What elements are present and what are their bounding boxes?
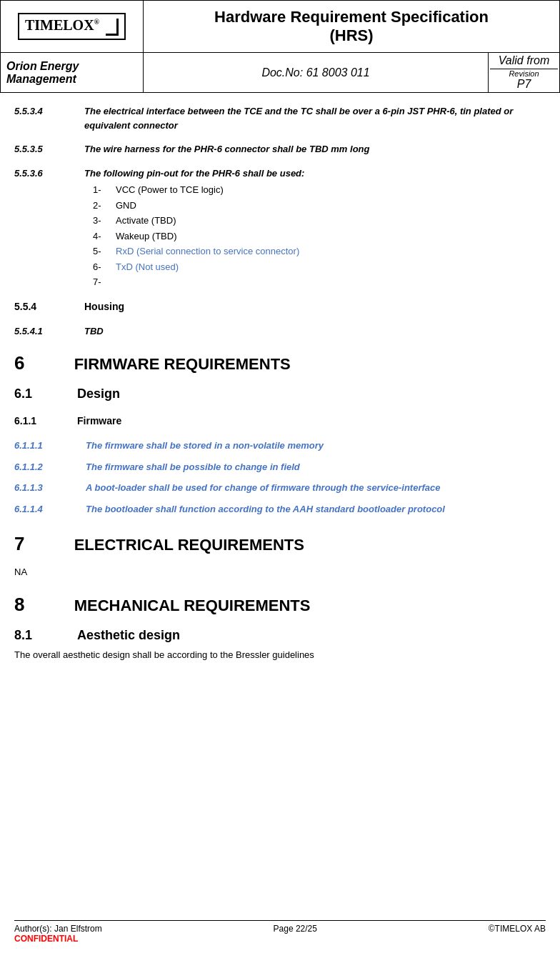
copyright: ©TIMELOX AB [489, 924, 546, 934]
section-81: 8.1 Aesthetic design The overall aesthet… [14, 626, 546, 662]
section-611: 6.1.1 Firmware [14, 414, 546, 429]
logo-shape [106, 19, 119, 36]
req-6113-num: 6.1.1.3 [14, 481, 86, 495]
sec-81-num: 8.1 [14, 626, 71, 645]
sec-5535-num: 5.5.3.5 [14, 142, 79, 156]
page-label: Page [274, 924, 294, 934]
section-554: 5.5.4 Housing [14, 299, 546, 314]
pin-item: 4-Wakeup (TBD) [93, 229, 546, 244]
main-content: 5.5.3.4 The electrical interface between… [0, 93, 560, 683]
logo-tm: ® [94, 19, 99, 26]
sec-8-num: 8 [14, 591, 71, 619]
valid-revision-cell: Valid from Revision P7 [489, 53, 560, 93]
doc-title-cell: Hardware Requirement Specification (HRS) [144, 1, 560, 53]
req-6112-num: 6.1.1.2 [14, 460, 86, 474]
doc-no-label: Doc.No: [261, 66, 303, 79]
footer: Author(s): Jan Elfstrom CONFIDENTIAL Pag… [14, 920, 546, 944]
sec-7-na: NA [14, 565, 546, 579]
author-line: Author(s): Jan Elfstrom [14, 924, 102, 934]
sec-5536-num: 5.5.3.6 [14, 166, 79, 181]
section-61: 6.1 Design [14, 384, 546, 404]
footer-left: Author(s): Jan Elfstrom CONFIDENTIAL [14, 924, 102, 944]
confidential-label: CONFIDENTIAL [14, 934, 102, 944]
doc-no-cell: Doc.No: 61 8003 011 [144, 53, 489, 93]
author-label: Author(s): [14, 924, 52, 934]
sec-81-title: Aesthetic design [77, 626, 180, 645]
sec-7-title: ELECTRICAL REQUIREMENTS [74, 533, 304, 557]
req-6111: 6.1.1.1 The firmware shall be stored in … [14, 439, 546, 453]
doc-no-value: 61 8003 011 [306, 66, 370, 79]
pin-text: GND [116, 199, 136, 213]
req-6114-text: The bootloader shall function according … [86, 502, 546, 517]
section-5536: 5.5.3.6 The following pin-out for the PH… [14, 166, 546, 289]
pin-num: 2- [93, 199, 110, 213]
pin-text: Activate (TBD) [116, 214, 176, 228]
section-7-heading: 7 ELECTRICAL REQUIREMENTS [14, 530, 546, 558]
pin-text: TxD (Not used) [116, 260, 179, 274]
logo-text: TIMELOX [25, 17, 94, 33]
revision-value: P7 [490, 78, 558, 91]
sec-5534-text: The electrical interface between the TCE… [84, 104, 546, 132]
req-6111-text: The firmware shall be stored in a non-vo… [86, 439, 546, 453]
pin-list: 1-VCC (Power to TCE logic)2-GND3-Activat… [93, 183, 546, 289]
req-6112-text: The firmware shall be possible to change… [86, 460, 546, 474]
pin-num: 3- [93, 214, 110, 228]
sec-6-title: FIRMWARE REQUIREMENTS [74, 352, 291, 376]
sec-5541-title: TBD [84, 324, 104, 339]
sec-8-title: MECHANICAL REQUIREMENTS [74, 594, 311, 617]
page-value: 22/25 [296, 924, 317, 934]
sec-61-num: 6.1 [14, 384, 71, 404]
pin-item: 7- [93, 275, 546, 289]
footer-center: Page 22/25 [274, 924, 317, 934]
sec-611-num: 6.1.1 [14, 414, 71, 429]
sec-6-num: 6 [14, 349, 71, 377]
doc-title-line1: Hardware Requirement Specification [151, 8, 552, 26]
pin-text: Wakeup (TBD) [116, 229, 176, 244]
sec-7-num: 7 [14, 530, 71, 558]
logo: TIMELOX® [18, 13, 126, 39]
pin-num: 1- [93, 183, 110, 197]
req-6113: 6.1.1.3 A boot-loader shall be used for … [14, 481, 546, 495]
pin-item: 6-TxD (Not used) [93, 260, 546, 274]
sec-554-num: 5.5.4 [14, 299, 79, 314]
sec-5535-text: The wire harness for the PHR-6 connector… [84, 142, 369, 156]
doc-title-line2: (HRS) [151, 26, 552, 45]
req-6111-num: 6.1.1.1 [14, 439, 86, 453]
pin-text: VCC (Power to TCE logic) [116, 183, 224, 197]
org-name: Orion Energy Management [6, 60, 79, 85]
pin-item: 5-RxD (Serial connection to service conn… [93, 244, 546, 259]
req-6114-num: 6.1.1.4 [14, 502, 86, 517]
sec-5536-text: The following pin-out for the PHR-6 shal… [84, 166, 304, 181]
sec-554-title: Housing [84, 299, 124, 314]
pin-item: 1-VCC (Power to TCE logic) [93, 183, 546, 197]
section-5535: 5.5.3.5 The wire harness for the PHR-6 c… [14, 142, 546, 156]
section-6-heading: 6 FIRMWARE REQUIREMENTS [14, 349, 546, 377]
sec-611-title: Firmware [77, 414, 121, 429]
revision-label: Revision [490, 69, 558, 78]
pin-item: 2-GND [93, 199, 546, 213]
org-cell: Orion Energy Management [1, 53, 144, 93]
valid-from: Valid from [490, 54, 558, 69]
pin-num: 4- [93, 229, 110, 244]
pin-item: 3-Activate (TBD) [93, 214, 546, 228]
pin-text: RxD (Serial connection to service connec… [116, 244, 299, 259]
section-5534: 5.5.3.4 The electrical interface between… [14, 104, 546, 132]
sec-5534-num: 5.5.3.4 [14, 104, 79, 132]
section-5541: 5.5.4.1 TBD [14, 324, 546, 339]
pin-num: 5- [93, 244, 110, 259]
sec-81-text: The overall aesthetic design shall be ac… [14, 648, 546, 662]
section-8-heading: 8 MECHANICAL REQUIREMENTS [14, 591, 546, 619]
sec-5541-num: 5.5.4.1 [14, 324, 79, 339]
pin-num: 7- [93, 275, 110, 289]
req-6112: 6.1.1.2 The firmware shall be possible t… [14, 460, 546, 474]
req-6113-text: A boot-loader shall be used for change o… [86, 481, 546, 495]
sec-61-title: Design [77, 384, 120, 404]
logo-cell: TIMELOX® [1, 1, 144, 53]
header-table: TIMELOX® Hardware Requirement Specificat… [0, 0, 560, 93]
author-name: Jan Elfstrom [54, 924, 102, 934]
req-6114: 6.1.1.4 The bootloader shall function ac… [14, 502, 546, 517]
pin-num: 6- [93, 260, 110, 274]
footer-right: ©TIMELOX AB [489, 924, 546, 934]
